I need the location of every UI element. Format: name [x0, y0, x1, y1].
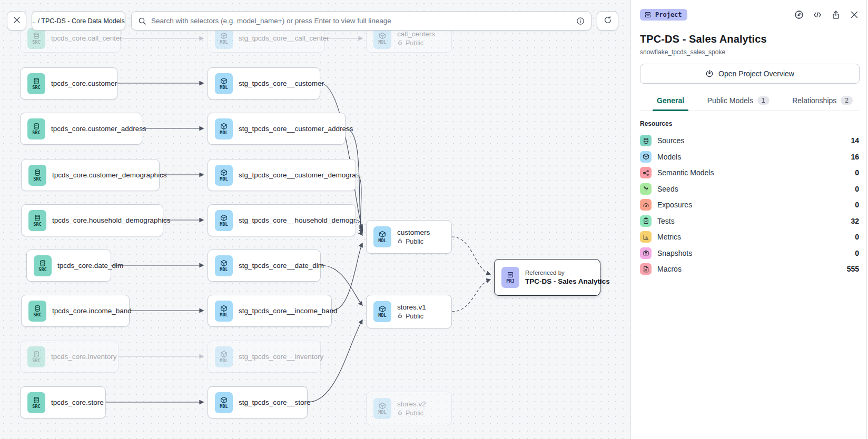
edge-m_income_band-to-p_customers — [332, 243, 362, 311]
public-access-label: Public — [397, 410, 426, 417]
model-tile-icon: MDL — [215, 73, 233, 94]
lineage-node-m_customer_addr[interactable]: MDLstg_tpcds_core__customer_address — [208, 113, 346, 145]
open-project-overview-button[interactable]: Open Project Overview — [640, 64, 860, 84]
tab-general[interactable]: General — [656, 92, 685, 111]
lineage-node-src_customer_addr[interactable]: SRCtpcds_core.customer_address — [20, 113, 142, 145]
model-tile-icon: MDL — [215, 165, 233, 186]
tab-count-badge: 2 — [841, 96, 853, 105]
resource-count: 16 — [851, 153, 859, 161]
lineage-node-src_store[interactable]: SRCtpcds_core.store — [20, 386, 106, 418]
lineage-node-m_inventory[interactable]: MDLstg_tpcds_core__inventory — [208, 341, 321, 373]
resource-row-sources[interactable]: Sources 14 — [640, 133, 859, 149]
resource-count: 14 — [851, 136, 859, 145]
breadcrumb-label: .. / TPC-DS - Core Data Models — [32, 17, 125, 25]
database-icon — [640, 135, 652, 146]
model-tile-icon: MDL — [215, 28, 233, 49]
model-tile-icon: MDL — [215, 346, 233, 367]
lineage-node-src_date_dim[interactable]: SRCtpcds_core.date_dim — [26, 250, 111, 282]
lineage-node-m_income_band[interactable]: MDLstg_tpcds_core__income_band — [208, 295, 332, 327]
lineage-node-src_customer_demo[interactable]: SRCtpcds_core.customer_demographics — [21, 159, 160, 191]
node-label: stg_tpcds_core__inventory — [239, 353, 323, 361]
resource-count: 555 — [847, 265, 859, 273]
compass-icon[interactable] — [794, 10, 804, 19]
refresh-lineage-button[interactable] — [597, 11, 618, 31]
lineage-node-m_store[interactable]: MDLstg_tpcds_core__store — [208, 386, 308, 418]
resource-row-semantic-models[interactable]: Semantic Models 0 — [640, 165, 859, 181]
resource-row-models[interactable]: Models 16 — [640, 149, 859, 165]
open-overview-icon — [705, 69, 714, 78]
info-icon[interactable] — [576, 17, 585, 25]
share-icon[interactable] — [831, 10, 841, 19]
resource-label: Models — [657, 153, 845, 161]
details-panel: Project TPC-DS - Sales Analytics snowfla… — [630, 0, 868, 439]
lock-open-icon — [397, 238, 403, 245]
resource-row-macros[interactable]: Macros 555 — [640, 261, 859, 277]
lineage-node-src_customer[interactable]: SRCtpcds_core.customer — [20, 67, 117, 99]
resource-count: 0 — [855, 233, 859, 241]
source-tile-icon: SRC — [28, 210, 46, 231]
close-panel-icon[interactable] — [850, 10, 859, 19]
lineage-node-src_income_band[interactable]: SRCtpcds_core.income_band — [21, 295, 130, 327]
lineage-node-prj_sales[interactable]: PRJ Referenced by TPC-DS - Sales Analyti… — [494, 259, 600, 296]
model-tile-icon: MDL — [215, 118, 233, 139]
node-label: stg_tpcds_core__customer_demogra... — [239, 171, 362, 179]
semantic-graph-icon — [640, 167, 652, 178]
node-label: tpcds_core.call_center — [51, 34, 122, 42]
model-tile-icon: MDL — [373, 28, 391, 49]
node-label: tpcds_core.customer — [51, 79, 117, 87]
breadcrumb[interactable]: .. / TPC-DS - Core Data Models — [32, 11, 125, 31]
node-label: TPC-DS - Sales Analytics — [525, 277, 610, 285]
search-input[interactable] — [151, 17, 571, 25]
resource-row-exposures[interactable]: Exposures 0 — [640, 197, 859, 213]
lineage-node-m_customer_demo[interactable]: MDLstg_tpcds_core__customer_demogra... — [208, 159, 356, 191]
lineage-canvas[interactable]: SRCtpcds_core.call_center SRCtpcds_core.… — [0, 0, 630, 439]
model-tile-icon: MDL — [373, 226, 391, 247]
code-icon[interactable] — [813, 10, 822, 19]
tab-relationships[interactable]: Relationships2 — [791, 92, 854, 111]
node-label: tpcds_core.date_dim — [57, 262, 123, 270]
refresh-icon — [604, 16, 612, 26]
camera-icon — [640, 247, 652, 259]
node-label: stg_tpcds_core__income_band — [239, 307, 338, 315]
resource-count: 0 — [855, 168, 859, 177]
lineage-node-p_stores_v1[interactable]: MDL stores.v1 Public — [366, 295, 452, 328]
lineage-node-m_customer[interactable]: MDLstg_tpcds_core__customer — [208, 67, 320, 99]
resource-row-tests[interactable]: Tests 32 — [640, 213, 859, 230]
lineage-node-src_household_demo[interactable]: SRCtpcds_core.household_demographics — [21, 204, 163, 236]
resource-label: Macros — [657, 265, 841, 273]
resource-label: Sources — [657, 136, 845, 145]
node-label: tpcds_core.income_band — [52, 307, 132, 315]
node-label: tpcds_core.customer_address — [51, 125, 146, 133]
node-label: stg_tpcds_core__customer_address — [239, 125, 353, 133]
project-icon — [644, 11, 652, 18]
source-tile-icon: SRC — [28, 301, 46, 322]
resource-row-metrics[interactable]: Metrics 0 — [640, 229, 859, 245]
lineage-node-src_inventory[interactable]: SRCtpcds_core.inventory — [20, 341, 119, 373]
lineage-node-m_date_dim[interactable]: MDLstg_tpcds_core__date_dim — [208, 250, 321, 282]
project-schema-subtitle: snowflake_tpcds_sales_spoke — [640, 48, 859, 56]
search-icon — [138, 17, 146, 25]
model-tile-icon: MDL — [215, 210, 233, 231]
lineage-node-p_customers[interactable]: MDL customers Public — [366, 220, 452, 254]
source-tile-icon: SRC — [27, 28, 45, 49]
resource-count: 0 — [855, 201, 859, 209]
tab-public-models[interactable]: Public Models1 — [706, 92, 771, 111]
resource-count: 32 — [851, 217, 859, 225]
resource-row-snapshots[interactable]: Snapshots 0 — [640, 245, 859, 262]
node-label: stg_tpcds_core__customer — [239, 79, 324, 87]
model-tile-icon: MDL — [373, 301, 391, 322]
lineage-node-p_stores_v2[interactable]: MDL stores.v2 Public — [366, 392, 452, 425]
close-lineage-button[interactable] — [7, 11, 26, 31]
clipboard-check-icon — [640, 215, 652, 227]
lineage-node-m_household_demo[interactable]: MDLstg_tpcds_core__household_demogr... — [208, 204, 356, 236]
resource-label: Semantic Models — [657, 168, 849, 177]
node-label: tpcds_core.customer_demographics — [52, 171, 167, 179]
resources-heading: Resources — [640, 120, 859, 127]
model-tile-icon: MDL — [215, 392, 233, 413]
resource-row-seeds[interactable]: Seeds 0 — [640, 181, 859, 197]
resource-label: Metrics — [657, 233, 849, 241]
edge-p_stores_v1-to-prj_sales — [452, 280, 490, 312]
resource-label: Tests — [657, 217, 845, 225]
file-icon — [640, 263, 652, 275]
node-label: stores.v2 — [397, 400, 426, 408]
